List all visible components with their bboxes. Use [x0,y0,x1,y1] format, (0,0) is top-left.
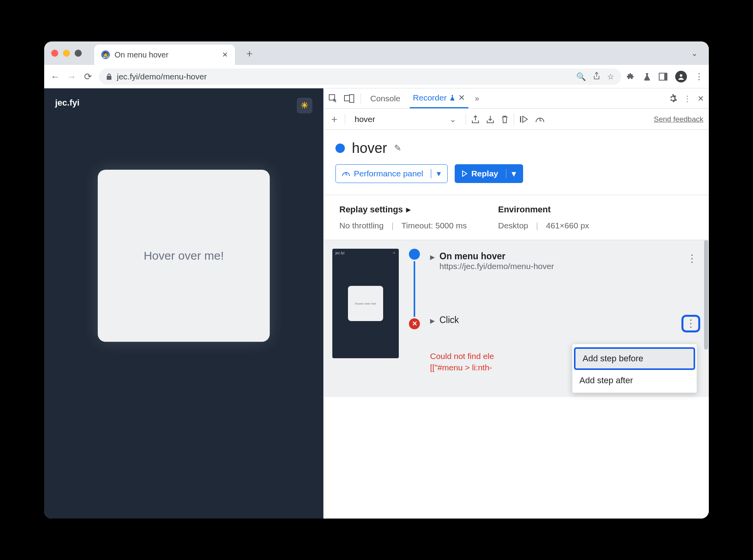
theme-toggle-button[interactable]: ☀ [297,98,312,113]
device-toggle-icon[interactable] [344,94,354,103]
throttling-value: No throttling [339,221,384,230]
menu-add-step-after[interactable]: Add step after [572,371,697,390]
device-value: Desktop [498,221,528,230]
replay-button[interactable]: Replay ▾ [455,164,523,183]
delete-icon[interactable] [501,115,508,124]
labs-badge-icon [450,95,455,101]
toolbar-actions: ⋮ [627,71,703,83]
kebab-icon[interactable]: ⋮ [683,94,691,103]
timeline: ✕ [407,249,422,373]
devtools-panel: Console Recorder ✕ » ⋮ ✕ ＋ [323,88,709,519]
svg-rect-6 [520,116,521,122]
forward-button[interactable]: → [66,71,77,82]
inspect-icon[interactable] [328,94,338,103]
hover-card[interactable]: Hover over me! [98,170,270,342]
tab-recorder[interactable]: Recorder ✕ [410,88,468,108]
chevron-down-icon: ⌄ [450,115,456,124]
extensions-icon[interactable] [627,72,635,81]
address-bar[interactable]: jec.fyi/demo/menu-hover 🔍 ☆ [99,68,621,85]
step-menu-icon[interactable]: ⋮ [684,251,700,266]
caret-right-icon: ▶ [430,253,435,261]
new-recording-button[interactable]: ＋ [329,112,339,126]
recorder-body: hover ✎ Performance panel ▾ [324,130,709,519]
share-icon[interactable] [593,72,600,81]
settings-icon[interactable] [669,94,677,103]
more-tabs-icon[interactable]: » [475,94,479,103]
performance-panel-button[interactable]: Performance panel ▾ [335,164,448,183]
minimize-window-button[interactable] [63,50,70,57]
back-button[interactable]: ← [50,71,61,82]
import-icon[interactable] [486,115,494,124]
step-dot-success [409,249,420,260]
titlebar: 🧑‍🎨 On menu hover ✕ ＋ ⌄ [44,41,709,65]
slow-replay-icon[interactable] [535,116,545,123]
omnibox-actions: 🔍 ☆ [576,72,614,81]
step-dot-error: ✕ [409,318,420,329]
recording-selector[interactable]: hover ⌄ [351,112,460,126]
step-play-icon[interactable] [520,115,528,123]
hover-card-text: Hover over me! [143,249,224,262]
svg-rect-1 [664,73,667,80]
tab-title: On menu hover [115,50,217,59]
bookmark-icon[interactable]: ☆ [607,72,614,81]
content-area: jec.fyi ☀ Hover over me! Co [44,88,709,519]
export-icon[interactable] [472,115,479,124]
environment-heading: Environment [498,205,589,215]
step-context-menu: Add step before Add step after [572,344,697,393]
replay-settings-heading[interactable]: Replay settings ▸ [339,205,467,215]
close-devtools-icon[interactable]: ✕ [697,94,704,103]
close-window-button[interactable] [51,50,58,57]
devtools-tabstrip: Console Recorder ✕ » ⋮ ✕ [324,88,709,109]
browser-toolbar: ← → ⟳ jec.fyi/demo/menu-hover 🔍 ☆ [44,65,709,88]
play-icon [462,171,467,177]
gauge-icon [342,171,350,177]
tab-close-icon[interactable]: ✕ [458,93,465,102]
recording-status-dot [335,144,345,153]
settings-row: Replay settings ▸ No throttling | Timeou… [324,195,709,240]
step-click[interactable]: ▶ Click ⋮ [430,312,700,335]
viewport-value: 461×660 px [546,221,589,230]
labs-icon[interactable] [643,72,651,81]
menu-add-step-before[interactable]: Add step before [574,347,695,370]
perf-dropdown-icon[interactable]: ▾ [431,169,441,178]
window-controls [51,50,82,57]
svg-point-2 [680,74,682,76]
steps-panel: jec.fyi ☀ Hover over me! ✕ ▶ [324,240,709,397]
edit-title-icon[interactable]: ✎ [394,143,401,153]
site-name: jec.fyi [55,98,79,113]
browser-window: 🧑‍🎨 On menu hover ✕ ＋ ⌄ ← → ⟳ jec.fyi/de… [44,41,709,519]
new-tab-button[interactable]: ＋ [244,47,255,60]
caret-right-icon: ▸ [406,205,411,215]
url-text: jec.fyi/demo/menu-hover [117,72,207,81]
tabs-dropdown-icon[interactable]: ⌄ [691,48,702,58]
tab-close-icon[interactable]: ✕ [222,50,228,59]
sidepanel-icon[interactable] [659,73,667,81]
step-menu-icon-active[interactable]: ⋮ [681,315,700,332]
svg-rect-5 [350,95,354,102]
recording-header: hover ✎ [324,130,709,164]
sun-icon: ☀ [301,101,308,111]
send-feedback-link[interactable]: Send feedback [654,115,703,124]
lock-icon [106,73,112,80]
reload-button[interactable]: ⟳ [82,71,93,82]
step-navigate[interactable]: ▶ On menu hover https://jec.fyi/demo/men… [430,249,700,273]
recording-title: hover [352,140,387,156]
browser-tab[interactable]: 🧑‍🎨 On menu hover ✕ [94,45,235,65]
step-screenshot: jec.fyi ☀ Hover over me! [332,249,399,358]
caret-right-icon: ▶ [430,317,435,325]
zoom-icon[interactable]: 🔍 [576,72,586,81]
rendered-page: jec.fyi ☀ Hover over me! [44,88,323,519]
timeout-value: Timeout: 5000 ms [402,221,467,230]
favicon-icon: 🧑‍🎨 [101,50,110,59]
recorder-toolbar: ＋ hover ⌄ [324,109,709,130]
scrollbar-thumb[interactable] [704,240,708,350]
tab-console[interactable]: Console [367,88,403,108]
replay-dropdown-icon[interactable]: ▾ [506,169,516,178]
maximize-window-button[interactable] [75,50,82,57]
profile-avatar[interactable] [675,71,687,83]
menu-icon[interactable]: ⋮ [695,72,703,82]
